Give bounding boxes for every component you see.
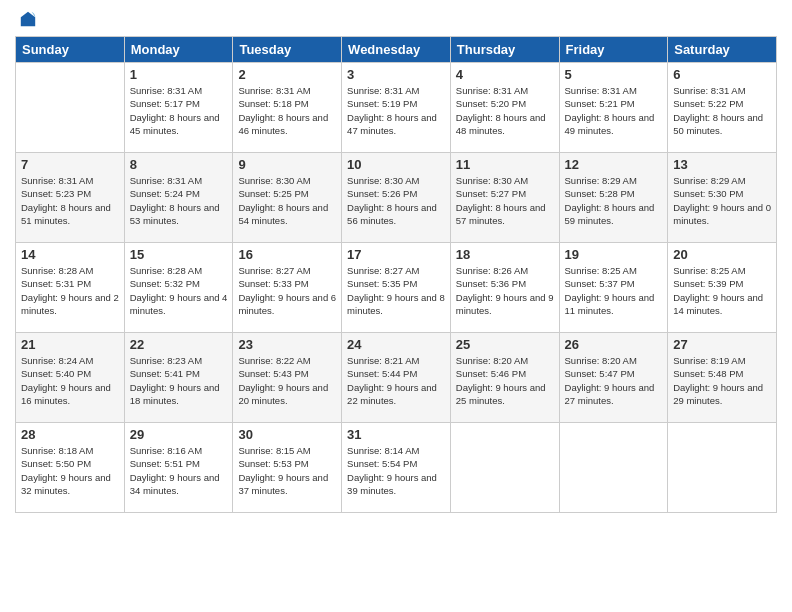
daylight-text: Daylight: 8 hours and 53 minutes. — [130, 202, 220, 226]
sunrise-text: Sunrise: 8:31 AM — [130, 175, 202, 186]
calendar-week-row: 14 Sunrise: 8:28 AM Sunset: 5:31 PM Dayl… — [16, 243, 777, 333]
calendar-cell: 14 Sunrise: 8:28 AM Sunset: 5:31 PM Dayl… — [16, 243, 125, 333]
day-number: 16 — [238, 247, 336, 262]
calendar-cell: 2 Sunrise: 8:31 AM Sunset: 5:18 PM Dayli… — [233, 63, 342, 153]
sunset-text: Sunset: 5:33 PM — [238, 278, 308, 289]
day-info: Sunrise: 8:31 AM Sunset: 5:19 PM Dayligh… — [347, 84, 445, 137]
day-number: 6 — [673, 67, 771, 82]
daylight-text: Daylight: 8 hours and 51 minutes. — [21, 202, 111, 226]
sunrise-text: Sunrise: 8:20 AM — [565, 355, 637, 366]
day-number: 20 — [673, 247, 771, 262]
day-of-week-header: Sunday — [16, 37, 125, 63]
sunrise-text: Sunrise: 8:23 AM — [130, 355, 202, 366]
sunrise-text: Sunrise: 8:15 AM — [238, 445, 310, 456]
daylight-text: Daylight: 9 hours and 22 minutes. — [347, 382, 437, 406]
daylight-text: Daylight: 8 hours and 57 minutes. — [456, 202, 546, 226]
day-of-week-header: Thursday — [450, 37, 559, 63]
daylight-text: Daylight: 9 hours and 34 minutes. — [130, 472, 220, 496]
day-number: 10 — [347, 157, 445, 172]
day-number: 5 — [565, 67, 663, 82]
day-number: 11 — [456, 157, 554, 172]
day-info: Sunrise: 8:18 AM Sunset: 5:50 PM Dayligh… — [21, 444, 119, 497]
calendar-cell: 11 Sunrise: 8:30 AM Sunset: 5:27 PM Dayl… — [450, 153, 559, 243]
day-info: Sunrise: 8:31 AM Sunset: 5:18 PM Dayligh… — [238, 84, 336, 137]
day-number: 14 — [21, 247, 119, 262]
daylight-text: Daylight: 9 hours and 25 minutes. — [456, 382, 546, 406]
sunrise-text: Sunrise: 8:31 AM — [347, 85, 419, 96]
day-number: 28 — [21, 427, 119, 442]
day-number: 4 — [456, 67, 554, 82]
sunset-text: Sunset: 5:18 PM — [238, 98, 308, 109]
daylight-text: Daylight: 8 hours and 48 minutes. — [456, 112, 546, 136]
sunrise-text: Sunrise: 8:27 AM — [347, 265, 419, 276]
sunset-text: Sunset: 5:47 PM — [565, 368, 635, 379]
sunrise-text: Sunrise: 8:31 AM — [673, 85, 745, 96]
calendar-week-row: 7 Sunrise: 8:31 AM Sunset: 5:23 PM Dayli… — [16, 153, 777, 243]
sunrise-text: Sunrise: 8:19 AM — [673, 355, 745, 366]
sunrise-text: Sunrise: 8:29 AM — [673, 175, 745, 186]
daylight-text: Daylight: 9 hours and 0 minutes. — [673, 202, 771, 226]
calendar-cell: 6 Sunrise: 8:31 AM Sunset: 5:22 PM Dayli… — [668, 63, 777, 153]
day-info: Sunrise: 8:21 AM Sunset: 5:44 PM Dayligh… — [347, 354, 445, 407]
sunrise-text: Sunrise: 8:18 AM — [21, 445, 93, 456]
calendar-cell: 1 Sunrise: 8:31 AM Sunset: 5:17 PM Dayli… — [124, 63, 233, 153]
sunrise-text: Sunrise: 8:21 AM — [347, 355, 419, 366]
calendar-header-row: SundayMondayTuesdayWednesdayThursdayFrid… — [16, 37, 777, 63]
day-info: Sunrise: 8:23 AM Sunset: 5:41 PM Dayligh… — [130, 354, 228, 407]
sunrise-text: Sunrise: 8:30 AM — [347, 175, 419, 186]
sunrise-text: Sunrise: 8:16 AM — [130, 445, 202, 456]
sunrise-text: Sunrise: 8:30 AM — [238, 175, 310, 186]
calendar-cell: 16 Sunrise: 8:27 AM Sunset: 5:33 PM Dayl… — [233, 243, 342, 333]
daylight-text: Daylight: 9 hours and 29 minutes. — [673, 382, 763, 406]
sunrise-text: Sunrise: 8:31 AM — [456, 85, 528, 96]
daylight-text: Daylight: 9 hours and 2 minutes. — [21, 292, 119, 316]
logo-icon — [19, 10, 37, 28]
day-number: 26 — [565, 337, 663, 352]
calendar-cell — [16, 63, 125, 153]
sunrise-text: Sunrise: 8:27 AM — [238, 265, 310, 276]
calendar-cell — [668, 423, 777, 513]
day-of-week-header: Monday — [124, 37, 233, 63]
calendar-cell: 12 Sunrise: 8:29 AM Sunset: 5:28 PM Dayl… — [559, 153, 668, 243]
sunset-text: Sunset: 5:44 PM — [347, 368, 417, 379]
daylight-text: Daylight: 8 hours and 47 minutes. — [347, 112, 437, 136]
sunset-text: Sunset: 5:53 PM — [238, 458, 308, 469]
sunrise-text: Sunrise: 8:20 AM — [456, 355, 528, 366]
day-number: 3 — [347, 67, 445, 82]
sunrise-text: Sunrise: 8:24 AM — [21, 355, 93, 366]
sunrise-text: Sunrise: 8:31 AM — [238, 85, 310, 96]
sunrise-text: Sunrise: 8:28 AM — [130, 265, 202, 276]
day-number: 29 — [130, 427, 228, 442]
day-number: 19 — [565, 247, 663, 262]
sunset-text: Sunset: 5:43 PM — [238, 368, 308, 379]
sunset-text: Sunset: 5:21 PM — [565, 98, 635, 109]
calendar-cell — [450, 423, 559, 513]
day-info: Sunrise: 8:29 AM Sunset: 5:28 PM Dayligh… — [565, 174, 663, 227]
sunset-text: Sunset: 5:40 PM — [21, 368, 91, 379]
calendar-table: SundayMondayTuesdayWednesdayThursdayFrid… — [15, 36, 777, 513]
day-info: Sunrise: 8:22 AM Sunset: 5:43 PM Dayligh… — [238, 354, 336, 407]
day-info: Sunrise: 8:20 AM Sunset: 5:46 PM Dayligh… — [456, 354, 554, 407]
sunset-text: Sunset: 5:19 PM — [347, 98, 417, 109]
day-info: Sunrise: 8:30 AM Sunset: 5:25 PM Dayligh… — [238, 174, 336, 227]
sunrise-text: Sunrise: 8:30 AM — [456, 175, 528, 186]
day-info: Sunrise: 8:16 AM Sunset: 5:51 PM Dayligh… — [130, 444, 228, 497]
daylight-text: Daylight: 8 hours and 59 minutes. — [565, 202, 655, 226]
day-info: Sunrise: 8:25 AM Sunset: 5:39 PM Dayligh… — [673, 264, 771, 317]
sunrise-text: Sunrise: 8:25 AM — [673, 265, 745, 276]
day-number: 30 — [238, 427, 336, 442]
day-info: Sunrise: 8:31 AM Sunset: 5:23 PM Dayligh… — [21, 174, 119, 227]
day-info: Sunrise: 8:24 AM Sunset: 5:40 PM Dayligh… — [21, 354, 119, 407]
calendar-cell: 30 Sunrise: 8:15 AM Sunset: 5:53 PM Dayl… — [233, 423, 342, 513]
day-number: 7 — [21, 157, 119, 172]
calendar-cell: 15 Sunrise: 8:28 AM Sunset: 5:32 PM Dayl… — [124, 243, 233, 333]
calendar-week-row: 21 Sunrise: 8:24 AM Sunset: 5:40 PM Dayl… — [16, 333, 777, 423]
day-info: Sunrise: 8:27 AM Sunset: 5:33 PM Dayligh… — [238, 264, 336, 317]
calendar-cell: 20 Sunrise: 8:25 AM Sunset: 5:39 PM Dayl… — [668, 243, 777, 333]
day-info: Sunrise: 8:31 AM Sunset: 5:17 PM Dayligh… — [130, 84, 228, 137]
sunset-text: Sunset: 5:37 PM — [565, 278, 635, 289]
calendar-cell: 26 Sunrise: 8:20 AM Sunset: 5:47 PM Dayl… — [559, 333, 668, 423]
day-number: 13 — [673, 157, 771, 172]
sunrise-text: Sunrise: 8:29 AM — [565, 175, 637, 186]
calendar-cell: 5 Sunrise: 8:31 AM Sunset: 5:21 PM Dayli… — [559, 63, 668, 153]
